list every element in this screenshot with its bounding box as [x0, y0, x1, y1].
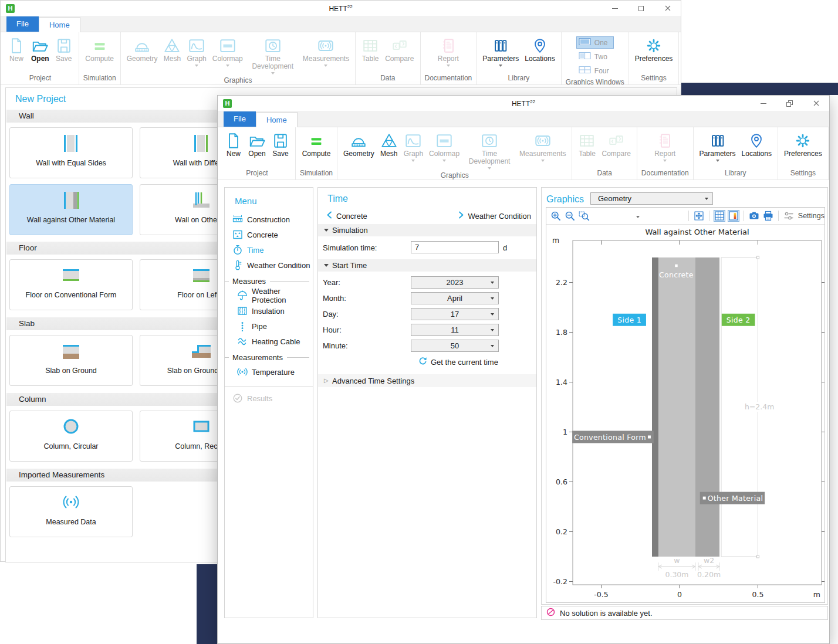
menu-item-construction[interactable]: Construction	[225, 212, 313, 227]
simulation-time-input[interactable]	[411, 241, 499, 253]
project-card-wall-against-other-material[interactable]: Wall against Other Material	[9, 184, 133, 235]
locations-button[interactable]: Locations	[739, 129, 775, 168]
year-label: Year:	[323, 278, 340, 287]
project-card-measured-data[interactable]: Measured Data	[9, 486, 133, 537]
zoom-box-icon[interactable]	[578, 210, 590, 222]
preferences-button[interactable]: Preferences	[781, 129, 825, 168]
tab-home[interactable]: Home	[256, 112, 298, 127]
nav-next-weather-condition[interactable]: Weather Condition	[458, 211, 531, 221]
ribbon-group-label: Graphics	[124, 75, 352, 85]
project-card-column-circular[interactable]: Column, Circular	[9, 411, 133, 462]
ribbon-group-library: ParametersLocationsLibrary	[477, 32, 561, 84]
compare-button: Compare	[599, 129, 633, 168]
project-card-wall-with-equal-sides[interactable]: Wall with Equal Sides	[9, 127, 133, 178]
open-button[interactable]: Open	[28, 34, 52, 73]
graphics-settings-label[interactable]: Settings	[798, 212, 825, 220]
menu-item-concrete[interactable]: Concrete	[225, 227, 313, 242]
zoom-in-icon[interactable]	[550, 210, 562, 222]
dimension-label: w	[674, 556, 680, 565]
maximize-button[interactable]	[628, 1, 654, 16]
label-concrete: Concrete	[659, 270, 694, 279]
menu-item-weather-protection[interactable]: Weather Protection	[225, 288, 313, 303]
ribbon-group-label: Library	[479, 73, 557, 84]
weather-condition-icon	[232, 260, 243, 270]
menu-item-results: Results	[225, 391, 313, 406]
ribbon-group-label: Simulation	[82, 73, 117, 84]
settings-options-icon[interactable]	[783, 210, 795, 222]
y-tick-label: 1.4	[556, 378, 567, 387]
graphics-view-select[interactable]: Geometry	[590, 192, 713, 205]
save-button[interactable]: Save	[269, 129, 292, 168]
table-button: Table	[575, 129, 599, 168]
toolbar-separator	[744, 211, 744, 221]
menu-item-pipe[interactable]: Pipe	[225, 318, 313, 334]
minimize-button[interactable]	[602, 1, 628, 16]
open-button[interactable]: Open	[245, 129, 269, 168]
measured-data-icon	[10, 489, 132, 517]
tab-file[interactable]: File	[6, 16, 39, 32]
minute-select[interactable]: 50	[411, 340, 499, 352]
ribbon-group-settings: PreferencesSettings	[778, 127, 829, 179]
pipe-icon	[237, 321, 248, 331]
close-button[interactable]	[654, 1, 681, 16]
new-button[interactable]: New	[222, 129, 245, 168]
month-select[interactable]: April	[411, 292, 499, 304]
report-button: Report	[435, 34, 462, 73]
close-button[interactable]	[803, 96, 829, 111]
project-card-slab-on-ground[interactable]: Slab on Ground	[9, 335, 133, 386]
dropdown-caret-icon	[541, 160, 545, 162]
menu-item-temperature[interactable]: Temperature	[225, 364, 313, 379]
dropdown-caret-icon[interactable]	[636, 216, 640, 218]
parameters-button[interactable]: Parameters	[479, 34, 522, 73]
get-current-time-button[interactable]: Get the current time	[418, 357, 498, 367]
year-select[interactable]: 2023	[411, 276, 499, 289]
grid-chip-icon[interactable]	[714, 210, 725, 222]
parameters-icon	[492, 36, 509, 55]
locations-button[interactable]: Locations	[522, 34, 557, 73]
table-icon	[361, 36, 379, 55]
geometry-button[interactable]: Geometry	[340, 129, 377, 170]
simulation-section-header[interactable]: Simulation	[318, 224, 536, 236]
mesh-button: Mesh	[160, 34, 184, 75]
ribbon-group-label: Library	[697, 168, 775, 179]
hour-select[interactable]: 11	[411, 324, 499, 336]
restore-button[interactable]	[776, 96, 803, 111]
ribbon-group-project: NewOpenSaveProject	[219, 127, 296, 179]
menu-item-heating-cable[interactable]: Heating Cable	[225, 334, 313, 349]
zoom-out-icon[interactable]	[564, 210, 576, 222]
parameters-button[interactable]: Parameters	[697, 129, 739, 168]
floor-conventional-form-icon	[10, 262, 132, 290]
menu-item-weather-condition[interactable]: Weather Condition	[225, 257, 313, 273]
snapshot-icon[interactable]	[748, 210, 760, 222]
locations-icon	[531, 36, 549, 55]
two-windows-chip[interactable]: Two	[576, 50, 614, 63]
four-windows-chip[interactable]: Four	[576, 65, 614, 77]
advanced-time-settings-expander[interactable]: ▷Advanced Time Settings	[318, 374, 536, 387]
day-select[interactable]: 17	[411, 308, 499, 320]
mesh-button[interactable]: Mesh	[377, 129, 401, 170]
minimize-button[interactable]	[750, 96, 776, 111]
menu-item-insulation[interactable]: Insulation	[225, 303, 313, 318]
collapse-triangle-icon	[324, 229, 329, 232]
heating-cable-icon	[237, 336, 248, 347]
construction-icon	[232, 214, 243, 225]
menu-item-time[interactable]: Time	[225, 242, 313, 257]
compute-button[interactable]: Compute	[299, 129, 334, 168]
nav-previous-concrete[interactable]: Concrete	[326, 211, 367, 221]
graphics-toolbar: Settings	[546, 208, 825, 225]
colorbar-chip-icon[interactable]	[728, 210, 739, 222]
chevron-left-icon	[326, 211, 332, 221]
print-icon[interactable]	[762, 210, 774, 222]
ribbon-tab-row: FileHome	[1, 16, 681, 32]
start-time-section-header[interactable]: Start Time	[318, 259, 536, 272]
chevron-right-icon	[458, 211, 464, 221]
window-controls	[602, 1, 681, 16]
tab-file[interactable]: File	[224, 111, 256, 127]
preferences-button[interactable]: Preferences	[632, 34, 676, 73]
no-solution-icon	[546, 608, 555, 618]
geometry-chart[interactable]: Wall against Other Materialmw0.30mw20.20…	[546, 225, 825, 603]
tab-home[interactable]: Home	[39, 17, 80, 32]
project-card-floor-on-conventional-form[interactable]: Floor on Conventional Form	[9, 259, 133, 310]
zoom-extents-icon[interactable]	[693, 210, 705, 222]
one-windows-chip[interactable]: One	[576, 36, 614, 49]
